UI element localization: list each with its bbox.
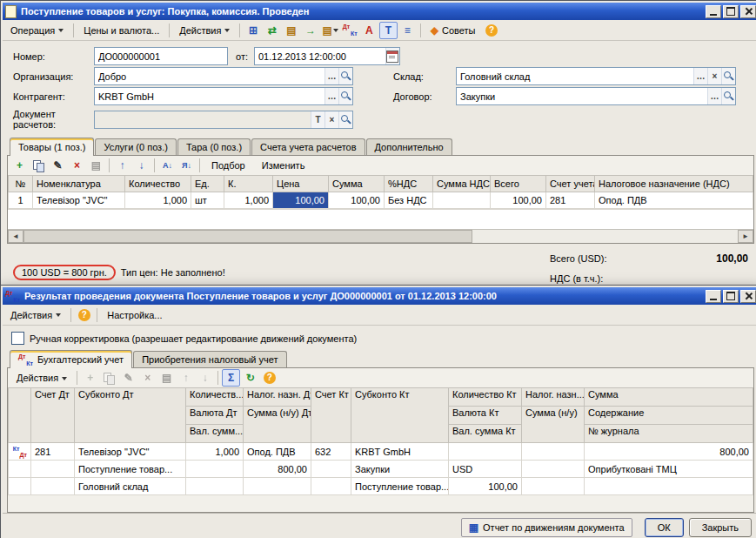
- tab-services[interactable]: Услуги (0 поз.): [95, 138, 176, 155]
- col-currency-kt[interactable]: Валюта Кт: [449, 407, 522, 425]
- cell-unit[interactable]: шт: [191, 192, 224, 209]
- scroll-track[interactable]: [472, 230, 738, 243]
- pick-button[interactable]: Подбор: [204, 158, 253, 174]
- posting-row-2[interactable]: Поступление товар... 800,00 Закупки USD …: [9, 461, 753, 478]
- tab-goods[interactable]: Товары (1 поз.): [10, 138, 94, 156]
- cell-subconto-kt-1[interactable]: KRBT GmbH: [351, 443, 449, 461]
- settlement-doc-type-button[interactable]: Т: [311, 111, 324, 128]
- cell-tax-purpose[interactable]: Опод. ПДВ: [595, 192, 753, 209]
- col-tax-kt[interactable]: Налог. назн...: [522, 388, 585, 407]
- refresh-button[interactable]: ↻: [241, 369, 259, 387]
- cell-account-dt[interactable]: [31, 478, 75, 495]
- operation-menu-button[interactable]: Операция: [4, 22, 70, 39]
- cell-tax-sum-dt[interactable]: 800,00: [244, 461, 311, 478]
- cell-tax-dt[interactable]: [244, 478, 311, 495]
- cell-num[interactable]: 1: [9, 192, 33, 209]
- settlement-doc-open-button[interactable]: [338, 111, 352, 128]
- col-journal[interactable]: № журнала: [585, 425, 753, 443]
- col-tax-sum-dt[interactable]: Сумма (н/у) Дт: [244, 407, 311, 443]
- warehouse-select-button[interactable]: …: [693, 68, 707, 84]
- edit-row-button[interactable]: ✎: [49, 157, 67, 174]
- sort-desc-button[interactable]: Я↓: [177, 157, 196, 174]
- postings-add-button[interactable]: +: [81, 369, 99, 387]
- move-down-button[interactable]: ↓: [132, 157, 151, 174]
- tab-settlement-accounts[interactable]: Счета учета расчетов: [251, 138, 365, 155]
- organization-open-button[interactable]: [338, 68, 352, 84]
- cell-tax-dt[interactable]: Опод. ПДВ: [244, 443, 311, 461]
- cell-currency-kt[interactable]: USD: [449, 461, 522, 478]
- col-currency-dt[interactable]: Валюта Дт: [186, 407, 244, 425]
- col-qty-dt[interactable]: Количеств...: [186, 388, 244, 407]
- settlement-doc-input[interactable]: [95, 111, 311, 128]
- cell-account-kt[interactable]: [311, 461, 351, 478]
- cell-vat-percent[interactable]: Без НДС: [385, 192, 433, 209]
- col-account-kt[interactable]: Счет Кт: [311, 388, 351, 443]
- contract-open-button[interactable]: [721, 88, 735, 104]
- cell-qty-dt[interactable]: 1,000: [186, 443, 244, 461]
- result-close-button[interactable]: [740, 290, 756, 303]
- col-subconto-kt[interactable]: Субконто Кт: [351, 388, 449, 443]
- horizontal-scrollbar[interactable]: ◄ ►: [8, 229, 753, 243]
- cell-subconto-dt-2[interactable]: Поступление товар...: [75, 461, 186, 478]
- postings-copy-button[interactable]: [100, 369, 118, 387]
- col-sum[interactable]: Сумма: [585, 388, 753, 407]
- warehouse-open-button[interactable]: [721, 68, 735, 84]
- scroll-left-button[interactable]: ◄: [8, 230, 23, 243]
- calendar-button[interactable]: [385, 48, 399, 64]
- organization-input[interactable]: [95, 68, 324, 84]
- cell-account-dt[interactable]: [31, 461, 75, 478]
- document-structure-button[interactable]: ▤: [282, 22, 300, 39]
- scroll-right-button[interactable]: ►: [738, 230, 753, 243]
- totals-toggle-button[interactable]: Σ: [222, 369, 240, 387]
- col-account-dt[interactable]: Счет Дт: [31, 388, 75, 443]
- result-actions-menu-button[interactable]: Действия: [4, 306, 67, 324]
- cell-total[interactable]: 100,00: [491, 192, 546, 209]
- row-settings-button[interactable]: ▤: [87, 157, 105, 174]
- col-tax-sum-kt[interactable]: Сумма (н/у): [522, 407, 585, 443]
- prices-currency-button[interactable]: Цены и валюта...: [77, 22, 165, 39]
- col-price[interactable]: Цена: [273, 176, 329, 192]
- cell-cur-sum-kt[interactable]: 100,00: [449, 478, 522, 495]
- tab-tax-accounting[interactable]: Приобретения налоговый учет: [133, 351, 286, 367]
- document-text-toggle[interactable]: Т: [379, 22, 398, 39]
- col-num[interactable]: №: [9, 176, 33, 192]
- copy-row-button[interactable]: [30, 157, 48, 174]
- cell-subconto-kt-2[interactable]: Закупки: [351, 461, 449, 478]
- tab-accounting[interactable]: Дт Кт Бухгалтерский учет: [10, 350, 132, 368]
- postings-help-button[interactable]: ?: [260, 369, 278, 387]
- delete-row-button[interactable]: ×: [68, 157, 86, 174]
- cell-sum[interactable]: 100,00: [329, 192, 385, 209]
- close-window-button[interactable]: Закрыть: [689, 518, 752, 537]
- col-tax-purpose[interactable]: Налоговое назначение (НДС): [595, 176, 753, 192]
- close-button[interactable]: [740, 5, 756, 18]
- postings-move-up-button[interactable]: ↑: [177, 369, 195, 387]
- manual-adjustment-checkbox[interactable]: [11, 332, 24, 345]
- tax-accounting-button[interactable]: А: [360, 22, 378, 39]
- col-nomenclature[interactable]: Номенклатура: [33, 176, 125, 192]
- warehouse-input[interactable]: [457, 68, 693, 84]
- cell-tax-sum-kt[interactable]: [522, 461, 585, 478]
- date-input[interactable]: [255, 48, 385, 64]
- minimize-button[interactable]: [706, 5, 721, 18]
- col-vat-percent[interactable]: %НДС: [385, 176, 433, 192]
- contract-select-button[interactable]: …: [707, 88, 721, 104]
- postings-actions-menu-button[interactable]: Действия: [10, 369, 73, 387]
- postings-edit-button[interactable]: ✎: [119, 369, 137, 387]
- cell-price-selected[interactable]: 100,00: [273, 192, 329, 209]
- sort-asc-button[interactable]: А↓: [158, 157, 177, 174]
- cell-tax-sum-kt[interactable]: [522, 478, 585, 495]
- col-k[interactable]: К.: [224, 176, 273, 192]
- col-subconto-dt[interactable]: Субконто Дт: [75, 388, 186, 443]
- warehouse-clear-button[interactable]: ×: [707, 68, 721, 84]
- result-help-button[interactable]: ?: [75, 306, 93, 324]
- cell-qty-kt[interactable]: [449, 443, 522, 461]
- cell-quantity[interactable]: 1,000: [125, 192, 191, 209]
- col-unit[interactable]: Ед.: [191, 176, 224, 192]
- col-total[interactable]: Всего: [491, 176, 546, 192]
- cell-account-dt[interactable]: 281: [31, 443, 75, 461]
- contract-input[interactable]: [457, 88, 707, 104]
- cell-k[interactable]: 1,000: [224, 192, 273, 209]
- actions-menu-button[interactable]: Действия: [173, 22, 236, 39]
- cell-account[interactable]: 281: [546, 192, 595, 209]
- show-postings-button[interactable]: Дт Кт: [341, 22, 359, 39]
